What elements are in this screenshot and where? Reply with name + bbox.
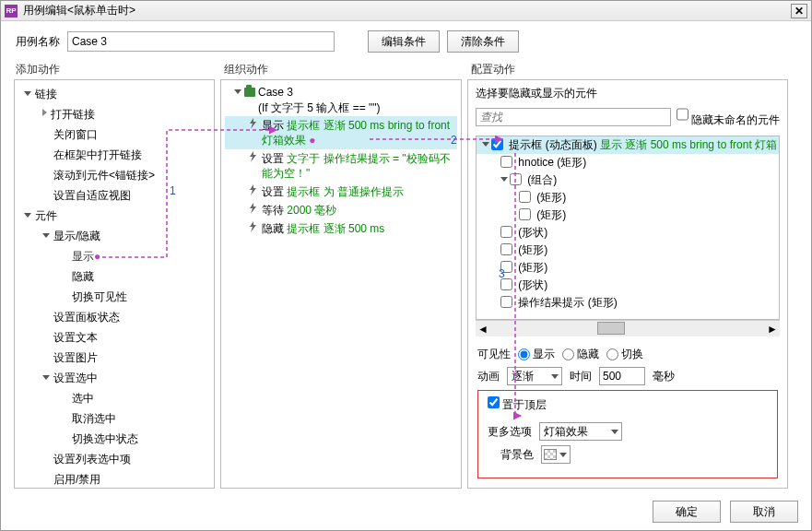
search-input[interactable] bbox=[476, 108, 671, 126]
more-options-select[interactable]: 灯箱效果 bbox=[539, 422, 622, 441]
element-item[interactable]: 操作结果提示 (矩形) bbox=[477, 294, 779, 312]
time-input[interactable] bbox=[599, 367, 645, 385]
chevron-right-icon bbox=[42, 109, 47, 116]
chevron-down-icon bbox=[24, 213, 31, 218]
tree-item[interactable]: 隐藏 bbox=[15, 266, 214, 287]
bring-to-front-checkbox[interactable]: 置于顶层 bbox=[488, 398, 547, 411]
visibility-toggle-radio[interactable]: 切换 bbox=[606, 347, 643, 362]
lightning-icon bbox=[249, 184, 258, 195]
action-item[interactable]: 设置 提示框 为 普通操作提示 bbox=[225, 183, 457, 201]
more-options-label: 更多选项 bbox=[488, 424, 532, 440]
tree-item[interactable]: 切换可见性 bbox=[15, 287, 214, 307]
action-tree-panel: 链接打开链接关闭窗口在框架中打开链接滚动到元件<锚链接>设置自适应视图元件显示/… bbox=[14, 79, 215, 489]
action-item[interactable]: 设置 文字于 操作结果提示 = "校验码不能为空！" bbox=[225, 149, 457, 183]
animation-select[interactable]: 逐渐 bbox=[507, 367, 562, 385]
element-item[interactable]: (形状) bbox=[477, 277, 779, 294]
element-item[interactable]: (矩形) bbox=[477, 206, 779, 224]
tree-item[interactable]: 显示/隐藏 bbox=[15, 226, 214, 246]
tree-item[interactable]: 启用/禁用 bbox=[15, 469, 214, 489]
tree-item[interactable]: 滚动到元件<锚链接> bbox=[15, 165, 214, 185]
element-item[interactable]: (组合) bbox=[477, 171, 779, 189]
cancel-button[interactable]: 取消 bbox=[730, 501, 798, 523]
element-item[interactable]: (矩形) bbox=[477, 259, 779, 277]
lightning-icon bbox=[249, 151, 258, 162]
action-item[interactable]: 显示 提示框 逐渐 500 ms bring to front 灯箱效果 ● bbox=[225, 116, 457, 149]
edit-condition-button[interactable]: 编辑条件 bbox=[368, 30, 440, 53]
visibility-show-radio[interactable]: 显示 bbox=[518, 347, 555, 362]
app-icon: RP bbox=[5, 5, 18, 18]
element-item[interactable]: hnotice (矩形) bbox=[477, 154, 779, 171]
lightning-icon bbox=[249, 203, 258, 214]
bg-color-label: 背景色 bbox=[500, 447, 534, 463]
tree-item[interactable]: 显示● bbox=[15, 246, 214, 266]
bg-color-picker[interactable] bbox=[541, 445, 571, 464]
chevron-down-icon bbox=[24, 91, 31, 96]
tree-item[interactable]: 设置文本 bbox=[15, 327, 214, 348]
case-name-label: 用例名称 bbox=[16, 34, 60, 50]
tree-item[interactable]: 切换选中状态 bbox=[15, 429, 214, 449]
organize-actions-panel: Case 3 (If 文字于 5 输入框 == "") 显示 提示框 逐渐 50… bbox=[220, 79, 462, 489]
tree-item[interactable]: 在框架中打开链接 bbox=[15, 145, 214, 165]
add-action-header: 添加动作 bbox=[16, 62, 224, 77]
hide-unnamed-checkbox[interactable]: 隐藏未命名的元件 bbox=[677, 105, 780, 128]
configure-action-panel: 选择要隐藏或显示的元件 隐藏未命名的元件 提示框 (动态面板) 显示 逐渐 50… bbox=[467, 79, 788, 489]
element-item[interactable]: (矩形) bbox=[477, 189, 779, 206]
action-item[interactable]: 等待 2000 毫秒 bbox=[225, 201, 457, 219]
tree-item[interactable]: 打开链接 bbox=[15, 104, 214, 124]
case-label[interactable]: Case 3 bbox=[258, 86, 293, 99]
tree-item[interactable]: 设置图片 bbox=[15, 348, 214, 368]
tree-item[interactable]: 设置自适应视图 bbox=[15, 185, 214, 206]
tree-item[interactable]: 元件 bbox=[15, 206, 214, 226]
animation-label: 动画 bbox=[477, 369, 500, 384]
chevron-down-icon bbox=[42, 375, 50, 380]
tree-item[interactable]: 链接 bbox=[15, 84, 214, 104]
tree-item[interactable]: 选中 bbox=[15, 388, 214, 408]
lightning-icon bbox=[249, 118, 258, 129]
element-item[interactable]: (形状) bbox=[477, 224, 779, 242]
action-item[interactable]: 隐藏 提示框 逐渐 500 ms bbox=[225, 219, 457, 238]
chevron-down-icon bbox=[42, 233, 50, 238]
close-button[interactable]: ✕ bbox=[791, 4, 807, 18]
tree-item[interactable]: 设置选中 bbox=[15, 368, 214, 388]
tree-item[interactable]: 关闭窗口 bbox=[15, 124, 214, 145]
tree-item[interactable]: 取消选中 bbox=[15, 408, 214, 429]
case-condition: (If 文字于 5 输入框 == "") bbox=[225, 100, 457, 116]
ms-label: 毫秒 bbox=[653, 369, 675, 384]
visibility-hide-radio[interactable]: 隐藏 bbox=[562, 347, 599, 362]
lightning-icon bbox=[249, 221, 258, 232]
case-name-input[interactable] bbox=[67, 31, 335, 52]
tree-item[interactable]: 设置面板状态 bbox=[15, 307, 214, 327]
org-action-header: 组织动作 bbox=[224, 62, 471, 77]
element-item[interactable]: (矩形) bbox=[477, 242, 779, 259]
clear-condition-button[interactable]: 清除条件 bbox=[447, 30, 519, 53]
horizontal-scrollbar[interactable]: ◄► bbox=[476, 320, 780, 336]
time-label: 时间 bbox=[570, 369, 592, 384]
case-folder-icon bbox=[244, 88, 255, 97]
tree-item[interactable]: 设置列表选中项 bbox=[15, 449, 214, 469]
element-list[interactable]: 提示框 (动态面板) 显示 逐渐 500 ms bring to front 灯… bbox=[476, 136, 780, 320]
element-item[interactable]: 提示框 (动态面板) 显示 逐渐 500 ms bring to front 灯… bbox=[477, 136, 779, 154]
visibility-label: 可见性 bbox=[477, 347, 511, 362]
select-elements-label: 选择要隐藏或显示的元件 bbox=[476, 86, 780, 101]
cfg-action-header: 配置动作 bbox=[471, 62, 515, 77]
window-title: 用例编辑<鼠标单击时> bbox=[23, 3, 135, 18]
ok-button[interactable]: 确定 bbox=[653, 501, 721, 523]
